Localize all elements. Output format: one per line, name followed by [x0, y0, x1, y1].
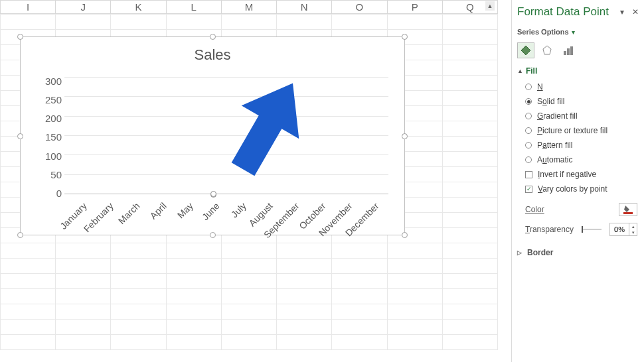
- cell[interactable]: [387, 320, 442, 335]
- fill-section-header[interactable]: ▲Fill: [517, 66, 639, 76]
- cell[interactable]: [442, 30, 497, 45]
- cell[interactable]: [56, 259, 111, 274]
- cell[interactable]: [1, 274, 56, 289]
- cell[interactable]: [387, 304, 442, 320]
- column-header[interactable]: L: [166, 1, 221, 14]
- cell[interactable]: [166, 304, 221, 320]
- fill-option-pattern-fill[interactable]: Pattern fill: [525, 138, 639, 152]
- pane-dropdown-icon[interactable]: ▾: [620, 7, 624, 17]
- cell[interactable]: [277, 243, 332, 259]
- cell[interactable]: [442, 152, 497, 167]
- resize-handle[interactable]: [402, 232, 408, 238]
- cell[interactable]: [221, 243, 276, 259]
- resize-handle[interactable]: [17, 232, 23, 238]
- cell[interactable]: [442, 121, 497, 137]
- fill-line-icon[interactable]: [517, 42, 534, 58]
- cell[interactable]: [277, 304, 332, 320]
- cell[interactable]: [387, 15, 442, 30]
- transparency-input[interactable]: [610, 223, 629, 235]
- resize-handle[interactable]: [17, 133, 23, 139]
- cell[interactable]: [56, 304, 111, 320]
- cell[interactable]: [332, 320, 387, 335]
- cell[interactable]: [332, 243, 387, 259]
- column-header[interactable]: K: [111, 1, 166, 14]
- cell[interactable]: [166, 289, 221, 304]
- cell[interactable]: [442, 228, 497, 243]
- cell[interactable]: [111, 243, 166, 259]
- cell[interactable]: [442, 289, 497, 304]
- cell[interactable]: [277, 15, 332, 30]
- cell[interactable]: [332, 289, 387, 304]
- cell[interactable]: [442, 335, 497, 350]
- cell[interactable]: [166, 320, 221, 335]
- column-header[interactable]: N: [277, 1, 332, 14]
- cell[interactable]: [1, 243, 56, 259]
- resize-handle[interactable]: [17, 34, 23, 40]
- plot-area[interactable]: JanuaryFebruaryMarchAprilMayJuneJulyAugu…: [64, 77, 388, 194]
- column-header[interactable]: I: [1, 1, 56, 14]
- fill-option-solid-fill[interactable]: Solid fill: [525, 94, 639, 109]
- cell[interactable]: [332, 259, 387, 274]
- cell[interactable]: [442, 137, 497, 152]
- cell[interactable]: [56, 289, 111, 304]
- cell[interactable]: [166, 259, 221, 274]
- cell[interactable]: [1, 289, 56, 304]
- cell[interactable]: [332, 15, 387, 30]
- fill-color-picker[interactable]: [619, 203, 637, 216]
- cell[interactable]: [56, 335, 111, 350]
- cell[interactable]: [166, 274, 221, 289]
- cell[interactable]: [442, 45, 497, 60]
- cell[interactable]: [166, 15, 221, 30]
- chart-object[interactable]: Sales 050100150200250300 JanuaryFebruary…: [20, 36, 405, 235]
- cell[interactable]: [442, 213, 497, 228]
- cell[interactable]: [111, 304, 166, 320]
- fill-option-picture-fill[interactable]: Picture or texture fill: [525, 123, 639, 138]
- resize-handle[interactable]: [210, 232, 216, 238]
- column-header[interactable]: P: [387, 1, 442, 14]
- fill-option-no-fill[interactable]: N: [525, 80, 639, 94]
- cell[interactable]: [442, 304, 497, 320]
- cell[interactable]: [442, 15, 497, 30]
- fill-option-automatic[interactable]: Automatic: [525, 152, 639, 167]
- cell[interactable]: [56, 15, 111, 30]
- cell[interactable]: [277, 335, 332, 350]
- vary-colors-checkbox[interactable]: Vary colors by point: [525, 182, 639, 196]
- cell[interactable]: [111, 274, 166, 289]
- cell[interactable]: [111, 259, 166, 274]
- cell[interactable]: [56, 243, 111, 259]
- cell[interactable]: [221, 274, 276, 289]
- cell[interactable]: [111, 335, 166, 350]
- resize-handle[interactable]: [402, 133, 408, 139]
- column-header[interactable]: J: [56, 1, 111, 14]
- cell[interactable]: [221, 335, 276, 350]
- cell[interactable]: [56, 274, 111, 289]
- cell[interactable]: [442, 243, 497, 259]
- cell[interactable]: [56, 320, 111, 335]
- cell[interactable]: [332, 304, 387, 320]
- cell[interactable]: [277, 289, 332, 304]
- series-options-dropdown[interactable]: Series Options▾: [517, 28, 639, 36]
- series-options-icon[interactable]: [560, 42, 577, 58]
- cell[interactable]: [1, 335, 56, 350]
- cell[interactable]: [277, 259, 332, 274]
- transparency-slider[interactable]: [582, 229, 602, 230]
- cell[interactable]: [442, 198, 497, 213]
- cell[interactable]: [442, 91, 497, 106]
- cell[interactable]: [387, 289, 442, 304]
- cell[interactable]: [442, 320, 497, 335]
- cell[interactable]: [442, 182, 497, 198]
- cell[interactable]: [442, 76, 497, 91]
- cell[interactable]: [387, 274, 442, 289]
- cell[interactable]: [442, 60, 497, 76]
- cell[interactable]: [111, 320, 166, 335]
- cell[interactable]: [332, 335, 387, 350]
- cell[interactable]: [111, 15, 166, 30]
- cell[interactable]: [277, 320, 332, 335]
- worksheet-grid[interactable]: IJKLMNOPQ ▲ Sales 050100150200250300 Jan…: [0, 0, 498, 362]
- cell[interactable]: [387, 259, 442, 274]
- cell[interactable]: [221, 320, 276, 335]
- column-header[interactable]: M: [221, 1, 276, 14]
- cell[interactable]: [387, 335, 442, 350]
- column-header[interactable]: O: [332, 1, 387, 14]
- cell[interactable]: [221, 289, 276, 304]
